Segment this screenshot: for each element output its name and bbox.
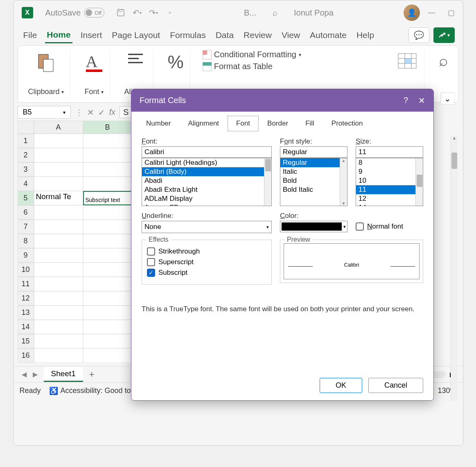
row-header[interactable]: 11	[18, 277, 34, 291]
group-clipboard[interactable]: Clipboard▾	[22, 50, 70, 98]
maximize-icon[interactable]: ▢	[448, 8, 455, 17]
cancel-button[interactable]: Cancel	[368, 378, 423, 393]
qat-dropdown-icon[interactable]: ▿	[165, 8, 175, 18]
row-header[interactable]: 12	[18, 291, 34, 305]
size-input[interactable]	[356, 146, 423, 158]
cell[interactable]	[34, 305, 83, 320]
dlg-tab-number[interactable]: Number	[138, 116, 179, 131]
cell[interactable]	[34, 162, 83, 177]
font-style-input[interactable]	[280, 146, 347, 158]
cell[interactable]	[83, 320, 132, 334]
sheet-prev-icon[interactable]: ◀	[22, 370, 27, 378]
cell[interactable]	[83, 205, 132, 220]
list-item[interactable]: Agency FB	[142, 203, 271, 206]
row-header[interactable]: 2	[18, 148, 34, 162]
tab-file[interactable]: File	[22, 28, 39, 43]
row-header[interactable]: 15	[18, 334, 34, 348]
font-list[interactable]: Calibri Light (Headings) Calibri (Body) …	[142, 158, 272, 206]
enter-icon[interactable]: ✓	[98, 108, 105, 117]
fx-icon[interactable]: fx	[109, 108, 116, 117]
list-item[interactable]: 10	[356, 176, 423, 185]
font-style-list[interactable]: Regular Italic Bold Bold Italic ▲▼	[280, 158, 347, 206]
tab-insert[interactable]: Insert	[79, 28, 104, 43]
subscript-checkbox[interactable]: ✓ Subscript	[147, 269, 266, 277]
cell[interactable]	[83, 148, 132, 162]
tab-data[interactable]: Data	[214, 28, 235, 43]
group-editing[interactable]: ⌕	[433, 50, 454, 98]
redo-icon[interactable]: ↷▾	[149, 8, 158, 18]
cell[interactable]	[34, 248, 83, 263]
cell[interactable]	[34, 234, 83, 248]
tab-review[interactable]: Review	[242, 28, 273, 43]
strikethrough-checkbox[interactable]: Strikethrough	[147, 247, 266, 256]
dialog-titlebar[interactable]: Format Cells ? ✕	[131, 89, 433, 112]
help-icon[interactable]: ?	[404, 96, 408, 106]
cell[interactable]	[83, 177, 132, 191]
search-icon[interactable]: ⌕	[273, 8, 277, 18]
cell[interactable]	[83, 248, 132, 263]
row-header[interactable]: 16	[18, 348, 34, 363]
cell[interactable]	[83, 220, 132, 234]
cell[interactable]	[34, 277, 83, 291]
cell[interactable]	[83, 305, 132, 320]
row-header[interactable]: 14	[18, 320, 34, 334]
comments-button[interactable]: 💬	[408, 27, 429, 43]
list-item[interactable]: ADLaM Display	[142, 194, 271, 203]
dlg-tab-protection[interactable]: Protection	[323, 116, 372, 131]
dlg-tab-font[interactable]: Font	[228, 116, 259, 131]
sheet-next-icon[interactable]: ▶	[33, 370, 38, 378]
list-scrollbar[interactable]: ▲▼	[340, 158, 347, 206]
row-header[interactable]: 4	[18, 177, 34, 191]
tab-automate[interactable]: Automate	[308, 28, 348, 43]
save-icon[interactable]	[116, 8, 126, 18]
ok-button[interactable]: OK	[320, 378, 362, 393]
cell-b5[interactable]: Subscript text	[83, 191, 132, 205]
list-item[interactable]: Bold Italic	[280, 185, 347, 194]
more-icon[interactable]: ⋮	[75, 108, 83, 117]
cell[interactable]	[83, 348, 132, 363]
conditional-formatting-button[interactable]: Conditional Formatting ▾	[203, 50, 301, 59]
avatar[interactable]: 👤	[404, 4, 420, 21]
formula-content[interactable]: S	[120, 106, 132, 118]
list-item[interactable]: 8	[356, 158, 423, 167]
size-list[interactable]: 8 9 10 11 12 14	[356, 158, 423, 206]
row-header[interactable]: 8	[18, 234, 34, 248]
close-icon[interactable]: ✕	[418, 96, 425, 106]
tab-help[interactable]: Help	[355, 28, 376, 43]
cell[interactable]	[34, 148, 83, 162]
dlg-tab-fill[interactable]: Fill	[297, 116, 323, 131]
accessibility-status[interactable]: ♿ Accessibility: Good to go	[49, 386, 141, 395]
cell[interactable]	[83, 134, 132, 148]
group-font[interactable]: A Font▾	[79, 50, 110, 98]
ribbon-collapse-button[interactable]: ⌄	[440, 92, 455, 105]
underline-select[interactable]: None ▾	[142, 221, 272, 233]
list-item[interactable]: 9	[356, 167, 423, 176]
autosave-toggle[interactable]: AutoSave Off	[45, 8, 105, 18]
tab-page-layout[interactable]: Page Layout	[110, 28, 162, 43]
row-header[interactable]: 7	[18, 220, 34, 234]
list-scrollbar[interactable]	[264, 158, 271, 206]
cell[interactable]	[34, 134, 83, 148]
list-item[interactable]: Abadi Extra Light	[142, 185, 271, 194]
cell[interactable]	[83, 263, 132, 277]
tab-view[interactable]: View	[280, 28, 302, 43]
superscript-checkbox[interactable]: Superscript	[147, 258, 266, 266]
cell[interactable]	[34, 320, 83, 334]
list-item[interactable]: Calibri Light (Headings)	[142, 158, 271, 167]
list-item[interactable]: 14	[356, 203, 423, 206]
cancel-icon[interactable]: ✕	[87, 108, 94, 117]
list-item[interactable]: Abadi	[142, 176, 271, 185]
undo-icon[interactable]: ↶▾	[132, 8, 142, 18]
cell[interactable]	[34, 177, 83, 191]
col-header-a[interactable]: A	[34, 121, 83, 134]
cell[interactable]	[83, 334, 132, 348]
list-item[interactable]: Calibri (Body)	[142, 167, 271, 176]
list-scrollbar[interactable]	[415, 158, 423, 206]
tab-home[interactable]: Home	[45, 27, 72, 43]
row-header[interactable]: 13	[18, 305, 34, 320]
cell-a5[interactable]: Normal Te	[34, 191, 83, 205]
cell[interactable]	[34, 334, 83, 348]
col-header-b[interactable]: B	[83, 121, 132, 134]
cell[interactable]	[34, 291, 83, 305]
list-item[interactable]: 12	[356, 194, 423, 203]
